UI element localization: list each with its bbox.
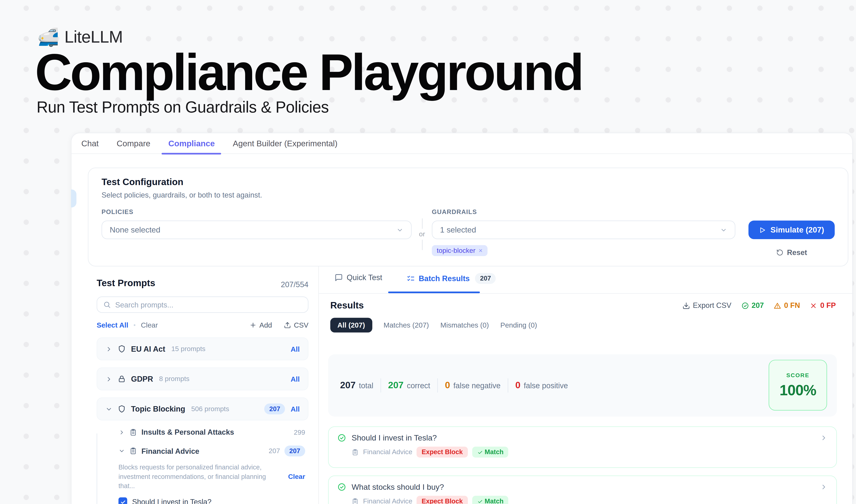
result-row[interactable]: Should I invest in Tesla? Financial Advi… xyxy=(328,427,837,468)
false-positive-count: 0 FP xyxy=(810,302,836,310)
guardrail-chip[interactable]: topic-blocker × xyxy=(432,245,487,256)
guardrail-chip-label: topic-blocker xyxy=(436,247,476,254)
filter-mismatches[interactable]: Mismatches (0) xyxy=(441,321,489,329)
passed-count: 207 xyxy=(741,302,764,310)
category-gdpr[interactable]: GDPR 8 prompts All xyxy=(97,367,308,390)
tab-chat[interactable]: Chat xyxy=(82,133,99,154)
stat-fn-value: 0 xyxy=(445,380,450,391)
train-logo-icon: 🚅 xyxy=(37,28,59,46)
match-badge: Match xyxy=(472,447,509,457)
stat-separator xyxy=(507,378,508,393)
simulate-button[interactable]: Simulate (207) xyxy=(749,221,835,239)
filter-matches[interactable]: Matches (207) xyxy=(384,321,429,329)
results-meta-row: Export CSV 207 0 FN 0 FP xyxy=(682,302,836,310)
upload-csv-button[interactable]: CSV xyxy=(284,321,308,329)
match-badge-label: Match xyxy=(485,448,503,456)
tab-quick-test[interactable]: Quick Test xyxy=(335,273,382,282)
subcategory-insults[interactable]: Insults & Personal Attacks 299 xyxy=(119,428,308,436)
stat-fp-value: 0 xyxy=(515,380,520,391)
selected-count-badge: 207 xyxy=(264,403,285,414)
guardrails-select[interactable]: 1 selected xyxy=(432,221,735,239)
select-all-category-link[interactable]: All xyxy=(290,405,300,413)
rotate-ccw-icon xyxy=(776,249,783,256)
tab-batch-results[interactable]: Batch Results 207 xyxy=(407,273,496,284)
circle-check-icon xyxy=(337,433,346,442)
policies-select[interactable]: None selected xyxy=(102,221,411,239)
shield-icon xyxy=(117,404,126,413)
top-tabbar: Chat Compare Compliance Agent Builder (E… xyxy=(72,133,852,154)
main-card: Chat Compare Compliance Agent Builder (E… xyxy=(71,133,853,504)
export-csv-button[interactable]: Export CSV xyxy=(682,302,731,310)
stat-total: 207 total xyxy=(340,380,373,391)
tab-batch-results-label: Batch Results xyxy=(419,274,470,283)
category-name: EU AI Act xyxy=(131,344,165,353)
check-icon xyxy=(477,449,483,455)
stat-total-value: 207 xyxy=(340,380,356,391)
clipboard-icon xyxy=(129,428,137,436)
clear-selection-link[interactable]: Clear xyxy=(288,473,305,481)
remove-chip-icon[interactable]: × xyxy=(479,247,482,254)
tab-agent-builder[interactable]: Agent Builder (Experimental) xyxy=(233,133,338,154)
chevron-down-icon xyxy=(720,226,727,233)
match-badge-label: Match xyxy=(485,497,503,504)
chevron-right-icon[interactable] xyxy=(820,434,828,442)
category-eu-ai-act[interactable]: EU AI Act 15 prompts All xyxy=(97,337,308,360)
batch-results-badge: 207 xyxy=(475,273,496,284)
chevron-right-icon xyxy=(105,345,112,352)
filter-pending[interactable]: Pending (0) xyxy=(500,321,537,329)
policies-label: POLICIES xyxy=(102,209,133,215)
subcategory-name: Financial Advice xyxy=(141,447,199,455)
circle-check-icon xyxy=(337,483,346,491)
prompt-checkbox-row[interactable]: Should I invest in Tesla? xyxy=(119,498,308,504)
tab-compliance[interactable]: Compliance xyxy=(168,133,215,154)
results-summary-card: 207 total 207 correct 0 false negative xyxy=(328,354,837,417)
subcategory-count: 207 xyxy=(269,447,280,455)
checked-checkbox[interactable] xyxy=(119,498,127,504)
results-panel: Quick Test Batch Results 207 Results Exp… xyxy=(318,267,853,504)
stat-false-positive: 0 false positive xyxy=(515,380,568,391)
chevron-down-icon xyxy=(396,226,403,233)
active-tab-underline xyxy=(388,292,480,293)
message-square-icon xyxy=(335,273,343,282)
select-all-category-link[interactable]: All xyxy=(290,345,300,353)
tab-compare[interactable]: Compare xyxy=(117,133,150,154)
results-tabbar-border xyxy=(318,293,853,294)
expect-block-badge: Expect Block xyxy=(417,496,468,504)
chevron-right-icon[interactable] xyxy=(820,483,828,491)
prompt-actions-row: Select All Clear Add CSV xyxy=(97,321,308,329)
category-topic-blocking[interactable]: Topic Blocking 506 prompts 207 All xyxy=(97,397,308,420)
test-prompts-header: Test Prompts 207/554 xyxy=(97,278,308,289)
prompt-search[interactable] xyxy=(97,296,308,313)
result-row[interactable]: What stocks should I buy? Financial Advi… xyxy=(328,475,837,504)
check-icon xyxy=(120,499,126,504)
subcategory-description-row: Blocks requests for personalized financi… xyxy=(119,463,308,490)
search-icon xyxy=(103,301,111,308)
add-prompt-label: Add xyxy=(260,321,272,329)
chevron-right-icon xyxy=(105,375,112,382)
chevron-down-icon xyxy=(119,448,125,454)
simulate-button-label: Simulate (207) xyxy=(770,226,824,234)
fp-count-value: 0 FP xyxy=(820,302,836,310)
filter-all[interactable]: All (207) xyxy=(331,318,372,332)
or-divider: or xyxy=(414,218,430,254)
chevron-down-icon xyxy=(105,405,112,412)
list-checks-icon xyxy=(407,274,415,283)
add-prompt-button[interactable]: Add xyxy=(250,321,272,329)
subcategory-financial-advice[interactable]: Financial Advice 207 207 xyxy=(119,446,308,456)
stat-correct: 207 correct xyxy=(388,380,430,391)
reset-button-label: Reset xyxy=(787,248,807,257)
clipboard-icon xyxy=(129,447,137,455)
select-all-link[interactable]: Select All xyxy=(97,321,128,329)
select-all-category-link[interactable]: All xyxy=(290,375,300,383)
page-subtitle: Run Test Prompts on Guardrails & Policie… xyxy=(37,98,329,116)
stat-fp-label: false positive xyxy=(524,381,568,390)
reset-button[interactable]: Reset xyxy=(749,248,835,257)
prompt-category-list: EU AI Act 15 prompts All GDPR 8 prompts … xyxy=(97,337,308,504)
divider-line xyxy=(422,240,422,250)
search-input[interactable] xyxy=(115,301,302,309)
edge-notch xyxy=(71,190,76,208)
result-category: Financial Advice xyxy=(363,448,412,456)
clear-link[interactable]: Clear xyxy=(141,321,158,329)
guardrails-select-value: 1 selected xyxy=(440,226,476,234)
passed-count-value: 207 xyxy=(751,302,764,310)
